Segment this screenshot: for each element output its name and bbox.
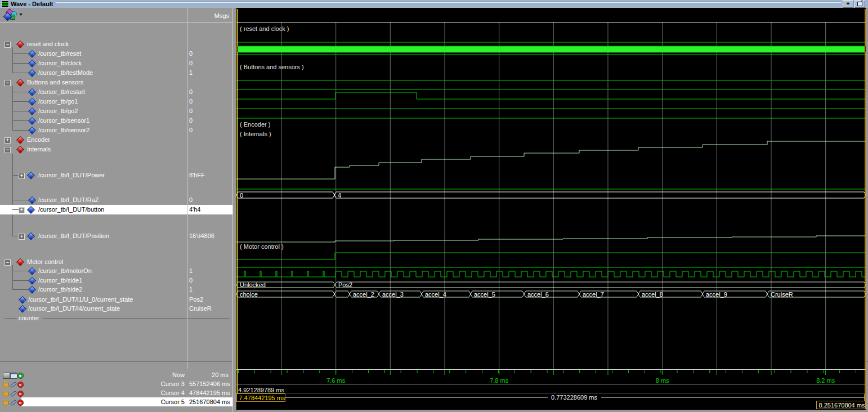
signal-name: /cursor_tb/I_DUT/I4/current_state — [28, 304, 120, 314]
zoom-plus-button[interactable]: + — [843, 0, 853, 8]
group-diamond-icon — [16, 136, 24, 144]
dropdown-arrow-icon — [19, 14, 23, 16]
cursor-row[interactable]: Cursor 5251670804 ms — [0, 397, 232, 406]
tree-group-row[interactable]: +Encoder — [0, 135, 232, 145]
tree-signal-row[interactable]: +/cursor_tb/I_DUT/Power8'hFF — [0, 171, 232, 180]
signal-name: /cursor_tb/testMode — [38, 68, 93, 78]
waveform-svg[interactable]: ( reset and clock )( Buttons and sensors… — [236, 8, 866, 410]
signal-diamond-icon — [28, 127, 36, 135]
signal-value: 0 — [189, 49, 193, 59]
signal-name: /cursor_tb/side2 — [38, 285, 82, 294]
tree-divider-row[interactable]: counter — [0, 314, 232, 323]
tree-signal-row[interactable]: /cursor_tb/restart0 — [0, 87, 232, 97]
signal-name: /cursor_tb/sensor2 — [38, 126, 90, 135]
tree-signal-row[interactable]: /cursor_tb/go10 — [0, 97, 232, 106]
tree-signal-row[interactable]: /cursor_tb/motorOn1 — [0, 266, 232, 276]
cursor-row[interactable]: Now20 ms — [0, 370, 232, 379]
tree-signal-row[interactable]: /cursor_tb/testMode1 — [0, 68, 232, 78]
items-icon[interactable] — [3, 373, 10, 379]
cursor4-readout: 7.478442195 ms — [239, 395, 285, 401]
msgs-column-header: Msgs — [214, 12, 229, 19]
tree-signal-row[interactable]: /cursor_tb/side21 — [0, 285, 232, 294]
cursor-row-label: Cursor 5 — [161, 397, 185, 406]
group-name: Motor control — [27, 257, 63, 267]
lock-icon[interactable] — [3, 383, 8, 387]
wave-group-label-encoder: ( Encoder ) — [240, 121, 270, 128]
signal-diamond-icon — [28, 69, 36, 77]
expand-toggle[interactable]: + — [19, 207, 25, 213]
wave-group-label-internals: ( Internals ) — [240, 131, 271, 137]
tree-connector-stub — [12, 209, 19, 210]
tree-signal-row[interactable]: +/cursor_tb/I_DUT/button4'h4 — [0, 205, 232, 214]
tree-signal-row[interactable]: /cursor_tb/reset0 — [0, 49, 232, 59]
signal-name: /cursor_tb/I_DUT/button — [38, 205, 104, 214]
signal-diamond-icon — [28, 60, 36, 68]
tree-signal-row[interactable]: /cursor_tb/side10 — [0, 276, 232, 285]
tree-connector-stub — [12, 200, 28, 200]
tree-connector-stub — [12, 101, 28, 102]
cursor-panel: Now20 msCursor 3557152406 msCursor 44784… — [0, 370, 232, 412]
wrench-icon[interactable] — [10, 389, 16, 396]
tree-signal-row[interactable]: +/cursor_tb/I_DUT/Position16'd4806 — [0, 231, 232, 241]
signal-diamond-icon — [28, 108, 36, 115]
signal-diamond-icon — [19, 305, 26, 313]
tree-connector-stub — [12, 280, 28, 281]
wave-bus-U_0-current_state-segment — [335, 282, 866, 288]
tree-connector-stub — [12, 53, 28, 54]
tree-group-row[interactable]: −reset and clock — [0, 39, 232, 49]
expand-toggle[interactable]: − — [5, 147, 11, 153]
expand-toggle[interactable]: + — [19, 173, 25, 179]
cursor-row[interactable]: Cursor 4478442195 ms — [0, 388, 232, 397]
expand-toggle[interactable]: + — [5, 137, 11, 144]
wrench-icon[interactable] — [10, 380, 16, 387]
wave-bus-I4-current_state-value: accel_7 — [583, 291, 604, 298]
wave-bus-U_0-current_state-value: Pos2 — [338, 281, 352, 288]
panel-splitter[interactable] — [232, 8, 236, 412]
wrench-icon[interactable] — [10, 398, 16, 405]
win-icon[interactable] — [10, 373, 17, 379]
tree-connector-stub — [12, 130, 28, 131]
column-separator[interactable] — [187, 8, 188, 369]
tree-connector-vline — [12, 154, 13, 236]
expand-toggle[interactable]: − — [5, 42, 11, 48]
cursor-row-value: 557152406 ms — [189, 379, 230, 388]
tree-signal-row[interactable]: /cursor_tb/I_DUT/RaZ0 — [0, 195, 232, 205]
expand-toggle[interactable]: − — [5, 80, 11, 86]
bottom-strip — [236, 410, 868, 412]
expand-toggle[interactable]: − — [5, 259, 11, 266]
wave-bus-I4-current_state-value: accel_8 — [642, 291, 663, 298]
remove-icon[interactable] — [17, 400, 24, 406]
tree-connector-stub — [12, 73, 28, 73]
add-items-dropdown-icon[interactable] — [3, 9, 26, 21]
remove-icon[interactable] — [17, 382, 24, 388]
tree-signal-row[interactable]: /cursor_tb/go20 — [0, 106, 232, 116]
group-name: Buttons and sensors — [27, 78, 83, 87]
undock-button[interactable] — [854, 0, 865, 8]
tree-group-row[interactable]: −Motor control — [0, 257, 232, 267]
undock-icon — [857, 2, 862, 6]
lock-icon[interactable] — [3, 401, 8, 405]
titlebar-grip[interactable] — [56, 1, 841, 6]
waveform-canvas[interactable]: ( reset and clock )( Buttons and sensors… — [236, 8, 866, 410]
tree-group-row[interactable]: −Internals — [0, 145, 232, 154]
tree-group-row[interactable]: −Buttons and sensors — [0, 78, 232, 87]
add-icon[interactable] — [17, 373, 24, 379]
tree-signal-row[interactable]: /cursor_tb/sensor20 — [0, 126, 232, 135]
tree-signal-row[interactable]: /cursor_tb/clock0 — [0, 59, 232, 68]
wave-group-label-motor-control: ( Motor control ) — [240, 243, 284, 250]
signal-value: 8'hFF — [189, 171, 205, 180]
wave-bus-U_0-current_state-value: Unlocked — [240, 281, 266, 288]
remove-icon[interactable] — [17, 391, 24, 397]
lock-icon[interactable] — [3, 392, 8, 396]
tree-connector-stub — [12, 63, 28, 64]
cursor5-readout: 8.251670804 ms — [819, 402, 865, 409]
wave-bus-button-value: 4 — [338, 192, 341, 199]
expand-toggle[interactable]: + — [19, 234, 25, 240]
tree-signal-row[interactable]: /cursor_tb/I_DUT/I4/current_stateCruiseR — [0, 304, 232, 314]
cursor-row[interactable]: Cursor 3557152406 ms — [0, 379, 232, 388]
signal-name: /cursor_tb/I_DUT/Position — [38, 231, 109, 241]
wave-bus-I4-current_state-value: accel_9 — [706, 291, 727, 298]
tree-signal-row[interactable]: /cursor_tb/sensor10 — [0, 116, 232, 126]
group-diamond-icon — [16, 146, 24, 154]
tree-signal-row[interactable]: /cursor_tb/I_DUT/I1/U_0/current_statePos… — [0, 295, 232, 304]
